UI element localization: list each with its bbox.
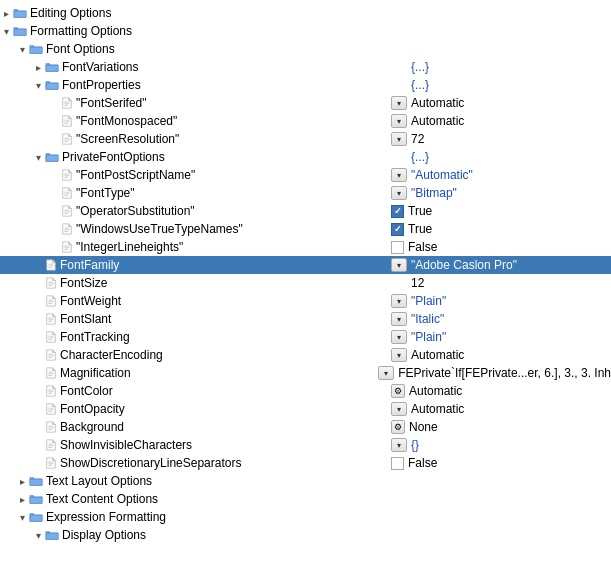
leaf-spacer (32, 331, 44, 343)
file-icon (60, 204, 74, 218)
dropdown-button[interactable] (378, 366, 394, 380)
tree-view: Editing Options Formatting Options Font … (0, 0, 611, 548)
tree-item-char-encoding[interactable]: CharacterEncodingAutomatic (0, 346, 611, 364)
tree-item-operator-substitution[interactable]: "OperatorSubstitution"True (0, 202, 611, 220)
file-icon (60, 168, 74, 182)
expand-arrow[interactable] (32, 151, 44, 163)
checkbox[interactable] (391, 205, 404, 218)
expand-arrow[interactable] (32, 79, 44, 91)
item-label: Formatting Options (30, 24, 180, 38)
item-value: "Plain" (411, 330, 531, 344)
dropdown-button[interactable] (391, 114, 407, 128)
controls-area: False (391, 456, 611, 470)
file-icon (44, 348, 58, 362)
expand-arrow[interactable] (16, 43, 28, 55)
tree-item-font-type[interactable]: "FontType""Bitmap" (0, 184, 611, 202)
folder-icon (12, 6, 28, 20)
expand-arrow[interactable] (16, 511, 28, 523)
dropdown-button[interactable] (391, 168, 407, 182)
tree-item-font-slant[interactable]: FontSlant"Italic" (0, 310, 611, 328)
checkbox[interactable] (391, 241, 404, 254)
leaf-spacer (48, 187, 60, 199)
tree-item-windows-truetype[interactable]: "WindowsUseTrueTypeNames"True (0, 220, 611, 238)
dropdown-button[interactable] (391, 348, 407, 362)
tree-item-font-options[interactable]: Font Options (0, 40, 611, 58)
file-icon (60, 96, 74, 110)
tree-item-font-properties[interactable]: FontProperties{...} (0, 76, 611, 94)
gear-icon[interactable]: ⚙ (391, 420, 405, 434)
dropdown-button[interactable] (391, 402, 407, 416)
dropdown-button[interactable] (391, 294, 407, 308)
folder-icon (28, 492, 44, 506)
tree-item-text-layout[interactable]: Text Layout Options (0, 472, 611, 490)
tree-item-font-postscript[interactable]: "FontPostScriptName""Automatic" (0, 166, 611, 184)
item-value: {} (411, 438, 531, 452)
controls-area: True (391, 222, 611, 236)
controls-area: "Adobe Caslon Pro" (391, 258, 611, 272)
folder-icon (44, 60, 60, 74)
file-icon (60, 240, 74, 254)
tree-item-font-tracking[interactable]: FontTracking"Plain" (0, 328, 611, 346)
leaf-spacer (48, 115, 60, 127)
folder-icon (44, 150, 60, 164)
checkbox[interactable] (391, 457, 404, 470)
tree-item-font-monospaced[interactable]: "FontMonospaced"Automatic (0, 112, 611, 130)
tree-item-editing-options[interactable]: Editing Options (0, 4, 611, 22)
expand-arrow[interactable] (16, 475, 28, 487)
expand-arrow[interactable] (0, 7, 12, 19)
dropdown-button[interactable] (391, 186, 407, 200)
tree-item-magnification[interactable]: MagnificationFEPrivate`If[FEPrivate...er… (0, 364, 611, 382)
tree-item-font-serifed[interactable]: "FontSerifed"Automatic (0, 94, 611, 112)
controls-area: {...} (391, 150, 611, 164)
dropdown-button[interactable] (391, 132, 407, 146)
expand-arrow[interactable] (32, 61, 44, 73)
tree-item-background[interactable]: Background⚙None (0, 418, 611, 436)
dropdown-button[interactable] (391, 96, 407, 110)
tree-item-show-invisible[interactable]: ShowInvisibleCharacters{} (0, 436, 611, 454)
dropdown-button[interactable] (391, 258, 407, 272)
item-label: Font Options (46, 42, 196, 56)
file-icon (44, 312, 58, 326)
tree-item-private-font-options[interactable]: PrivateFontOptions{...} (0, 148, 611, 166)
item-label: FontColor (60, 384, 210, 398)
expand-arrow[interactable] (16, 493, 28, 505)
file-icon (44, 366, 58, 380)
tree-item-formatting-options[interactable]: Formatting Options (0, 22, 611, 40)
leaf-spacer (32, 367, 44, 379)
file-icon (44, 384, 58, 398)
tree-item-font-color[interactable]: FontColor⚙Automatic (0, 382, 611, 400)
file-icon (44, 330, 58, 344)
controls-area: True (391, 204, 611, 218)
tree-item-font-family[interactable]: FontFamily"Adobe Caslon Pro" (0, 256, 611, 274)
tree-item-show-discretionary[interactable]: ShowDiscretionaryLineSeparatorsFalse (0, 454, 611, 472)
expand-arrow[interactable] (32, 529, 44, 541)
expand-arrow[interactable] (0, 25, 12, 37)
leaf-spacer (32, 421, 44, 433)
checkbox[interactable] (391, 223, 404, 236)
tree-item-font-size[interactable]: FontSize12 (0, 274, 611, 292)
controls-area: ⚙Automatic (391, 384, 611, 398)
tree-item-font-opacity[interactable]: FontOpacityAutomatic (0, 400, 611, 418)
dropdown-button[interactable] (391, 438, 407, 452)
leaf-spacer (32, 277, 44, 289)
tree-item-display-options[interactable]: Display Options (0, 526, 611, 544)
tree-item-font-weight[interactable]: FontWeight"Plain" (0, 292, 611, 310)
item-label: FontVariations (62, 60, 212, 74)
tree-item-expression-formatting[interactable]: Expression Formatting (0, 508, 611, 526)
tree-item-screen-resolution[interactable]: "ScreenResolution"72 (0, 130, 611, 148)
item-value: "Bitmap" (411, 186, 531, 200)
dropdown-button[interactable] (391, 330, 407, 344)
file-icon (44, 258, 58, 272)
controls-area: "Plain" (391, 294, 611, 308)
item-value: True (408, 204, 528, 218)
controls-area: "Bitmap" (391, 186, 611, 200)
tree-item-text-content[interactable]: Text Content Options (0, 490, 611, 508)
gear-icon[interactable]: ⚙ (391, 384, 405, 398)
leaf-spacer (48, 241, 60, 253)
leaf-spacer (48, 169, 60, 181)
file-icon (60, 222, 74, 236)
tree-item-integer-lineheights[interactable]: "IntegerLineheights"False (0, 238, 611, 256)
dropdown-button[interactable] (391, 312, 407, 326)
leaf-spacer (48, 133, 60, 145)
tree-item-font-variations[interactable]: FontVariations{...} (0, 58, 611, 76)
